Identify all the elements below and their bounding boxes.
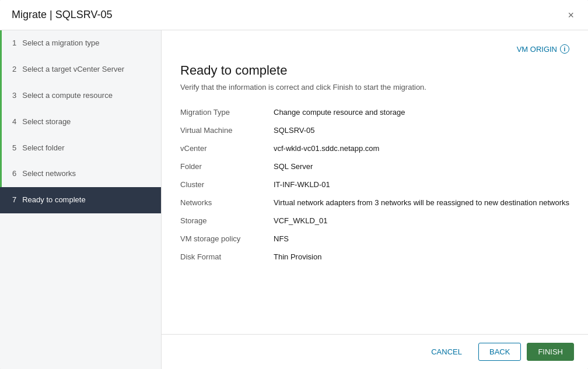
vm-origin-row: VM ORIGIN i	[180, 44, 569, 54]
main-content: VM ORIGIN i Ready to complete Verify tha…	[162, 30, 588, 369]
detail-key: VM storage policy	[180, 230, 274, 248]
dialog-footer: CANCEL BACK FINISH	[162, 334, 588, 369]
step-number-3: 3	[12, 91, 16, 101]
detail-value: vcf-wkld-vc01.sddc.netapp.com	[274, 139, 569, 157]
sidebar-item-label-6: Select networks	[22, 169, 76, 179]
table-row: NetworksVirtual network adapters from 3 …	[180, 194, 569, 212]
table-row: VM storage policyNFS	[180, 230, 569, 248]
vm-origin-label: VM ORIGIN	[517, 45, 557, 54]
close-button[interactable]: ×	[565, 9, 576, 22]
content-area: VM ORIGIN i Ready to complete Verify tha…	[162, 30, 588, 334]
detail-value: Thin Provision	[274, 248, 569, 266]
table-row: Migration TypeChange compute resource an…	[180, 103, 569, 121]
sidebar-item-label-5: Select folder	[22, 143, 64, 153]
table-row: FolderSQL Server	[180, 157, 569, 175]
sidebar-item-5[interactable]: 5Select folder	[0, 135, 161, 161]
sidebar-item-label-2: Select a target vCenter Server	[22, 65, 124, 75]
detail-key: Disk Format	[180, 248, 274, 266]
detail-key: Storage	[180, 212, 274, 230]
detail-value: SQL Server	[274, 157, 569, 175]
detail-value: IT-INF-WKLD-01	[274, 175, 569, 194]
finish-button[interactable]: FINISH	[527, 343, 574, 361]
detail-value: VCF_WKLD_01	[274, 212, 569, 230]
detail-value: Change compute resource and storage	[274, 103, 569, 121]
sidebar-item-label-4: Select storage	[22, 117, 71, 127]
sidebar-item-label-1: Select a migration type	[22, 38, 99, 48]
sidebar-item-3[interactable]: 3Select a compute resource	[0, 83, 161, 109]
detail-value: Virtual network adapters from 3 networks…	[274, 194, 569, 212]
detail-key: Migration Type	[180, 103, 274, 121]
step-number-5: 5	[12, 143, 16, 153]
sidebar: 1Select a migration type2Select a target…	[0, 30, 162, 369]
detail-key: vCenter	[180, 139, 274, 157]
vm-origin-link[interactable]: VM ORIGIN i	[517, 44, 569, 54]
detail-key: Cluster	[180, 175, 274, 194]
detail-key: Virtual Machine	[180, 121, 274, 139]
step-number-7: 7	[12, 195, 16, 205]
sidebar-item-2[interactable]: 2Select a target vCenter Server	[0, 57, 161, 83]
details-table: Migration TypeChange compute resource an…	[180, 103, 569, 266]
dialog-title: Migrate | SQLSRV-05	[12, 9, 112, 21]
sidebar-item-1[interactable]: 1Select a migration type	[0, 30, 161, 57]
dialog-header: Migrate | SQLSRV-05 ×	[0, 0, 588, 30]
info-icon: i	[560, 44, 569, 54]
sidebar-item-6[interactable]: 6Select networks	[0, 161, 161, 187]
table-row: Virtual MachineSQLSRV-05	[180, 121, 569, 139]
detail-key: Networks	[180, 194, 274, 212]
detail-value: NFS	[274, 230, 569, 248]
sidebar-item-label-3: Select a compute resource	[22, 91, 113, 101]
sidebar-item-4[interactable]: 4Select storage	[0, 109, 161, 135]
content-subtitle: Verify that the information is correct a…	[180, 83, 569, 92]
migrate-dialog: Migrate | SQLSRV-05 × 1Select a migratio…	[0, 0, 588, 369]
table-row: vCentervcf-wkld-vc01.sddc.netapp.com	[180, 139, 569, 157]
table-row: StorageVCF_WKLD_01	[180, 212, 569, 230]
step-number-2: 2	[12, 65, 16, 75]
step-number-6: 6	[12, 169, 16, 179]
detail-key: Folder	[180, 157, 274, 175]
sidebar-item-7[interactable]: 7Ready to complete	[0, 187, 161, 213]
content-title: Ready to complete	[180, 63, 569, 78]
sidebar-item-label-7: Ready to complete	[22, 195, 85, 205]
back-button[interactable]: BACK	[478, 343, 521, 361]
detail-value: SQLSRV-05	[274, 121, 569, 139]
step-number-4: 4	[12, 117, 16, 127]
table-row: ClusterIT-INF-WKLD-01	[180, 175, 569, 194]
dialog-body: 1Select a migration type2Select a target…	[0, 30, 588, 369]
step-number-1: 1	[12, 38, 16, 48]
table-row: Disk FormatThin Provision	[180, 248, 569, 266]
cancel-button[interactable]: CANCEL	[421, 343, 473, 360]
